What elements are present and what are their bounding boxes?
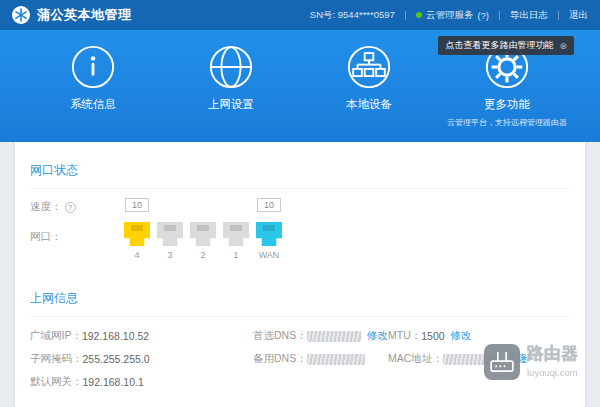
port-number: 4 (134, 250, 139, 260)
export-log-link[interactable]: 导出日志 (510, 9, 548, 22)
cloud-help-icon[interactable]: (?) (477, 10, 489, 21)
cloud-service-status: 云管理服务 (?) (416, 9, 489, 22)
header-bar: 蒲公英本地管理 SN号: 9544****0597 云管理服务 (?) 导出日志… (0, 0, 600, 30)
speed-badge-port4: 10 (125, 198, 149, 212)
speed-row: 速度： ? 10 10 (30, 198, 570, 216)
wan-ip-label: 广域网IP： (30, 329, 82, 343)
tab-label: 更多功能 (484, 97, 530, 112)
dns1-value-redacted (307, 331, 361, 342)
tooltip-text: 点击查看更多路由管理功能 (445, 39, 553, 52)
info-icon (70, 44, 116, 90)
wan-ip-value: 192.168.10.52 (82, 330, 149, 342)
gateway-value: 192.168.10.1 (83, 376, 144, 388)
tab-caption: 云管理平台，支持远程管理路由器 (447, 117, 567, 128)
ethernet-port-icon (157, 222, 183, 246)
tab-internet-settings[interactable]: 上网设置 (165, 44, 297, 112)
dns2-value-redacted (307, 354, 365, 365)
port-2: 2 (189, 222, 217, 260)
logout-link[interactable]: 退出 (569, 9, 588, 22)
globe-icon (208, 44, 254, 90)
router-admin-page: 蒲公英本地管理 SN号: 9544****0597 云管理服务 (?) 导出日志… (0, 0, 600, 407)
tab-label: 系统信息 (70, 97, 116, 112)
speed-badge-wan: 10 (257, 198, 281, 212)
port-wan: WAN (255, 222, 283, 260)
port-number: 1 (233, 250, 238, 260)
watermark-name: 路由器 (527, 344, 578, 364)
mask-value: 255.255.255.0 (83, 353, 150, 365)
router-icon (484, 344, 520, 380)
tab-label: 上网设置 (208, 97, 254, 112)
tab-more-features[interactable]: 更多功能 云管理平台，支持远程管理路由器 (441, 44, 573, 128)
gateway-label: 默认网关： (30, 375, 83, 389)
modify-dns-link[interactable]: 修改 (367, 329, 388, 343)
port-3: 3 (156, 222, 184, 260)
port-number: 2 (200, 250, 205, 260)
status-dot-icon (416, 12, 422, 18)
ethernet-port-icon (223, 222, 249, 246)
modify-mtu-link[interactable]: 修改 (451, 329, 472, 343)
mac-label: MAC地址： (388, 352, 443, 366)
more-features-tooltip: 点击查看更多路由管理功能 ⊗ (438, 36, 574, 55)
ethernet-port-icon (124, 222, 150, 246)
sn-label: SN号: 9544****0597 (310, 9, 395, 22)
port-number: 3 (167, 250, 172, 260)
oray-logo-icon (12, 6, 30, 24)
port-4: 4 (123, 222, 151, 260)
watermark: 路由器 luyouqi.com (484, 344, 578, 380)
cloud-service-label: 云管理服务 (426, 9, 474, 22)
topology-icon (346, 44, 392, 90)
port-label: 网口： (30, 230, 62, 244)
section-heading-port-status: 网口状态 (30, 142, 570, 189)
tab-label: 本地设备 (346, 97, 392, 112)
watermark-domain: luyouqi.com (527, 367, 578, 378)
ethernet-port-icon (256, 222, 282, 246)
speed-label: 速度： (30, 200, 62, 214)
dns2-label: 备用DNS： (253, 352, 307, 366)
tooltip-close-icon[interactable]: ⊗ (559, 41, 567, 51)
section-heading-wireless: 无线网络信息 (30, 389, 570, 407)
tab-system-info[interactable]: 系统信息 (27, 44, 159, 112)
speed-help-icon[interactable]: ? (65, 202, 76, 213)
section-heading-internet: 上网信息 (30, 270, 570, 317)
divider (499, 11, 500, 20)
ports-row: 网口： 4 3 2 1 WAN (30, 222, 570, 270)
mtu-label: MTU： (388, 329, 421, 343)
mtu-value: 1500 (421, 330, 444, 342)
dns1-label: 首选DNS： (253, 329, 307, 343)
mask-label: 子网掩码： (30, 352, 83, 366)
ethernet-port-icon (190, 222, 216, 246)
tab-local-devices[interactable]: 本地设备 (303, 44, 435, 112)
port-1: 1 (222, 222, 250, 260)
divider (405, 11, 406, 20)
divider (558, 11, 559, 20)
port-number: WAN (259, 250, 280, 260)
app-title: 蒲公英本地管理 (37, 6, 132, 24)
